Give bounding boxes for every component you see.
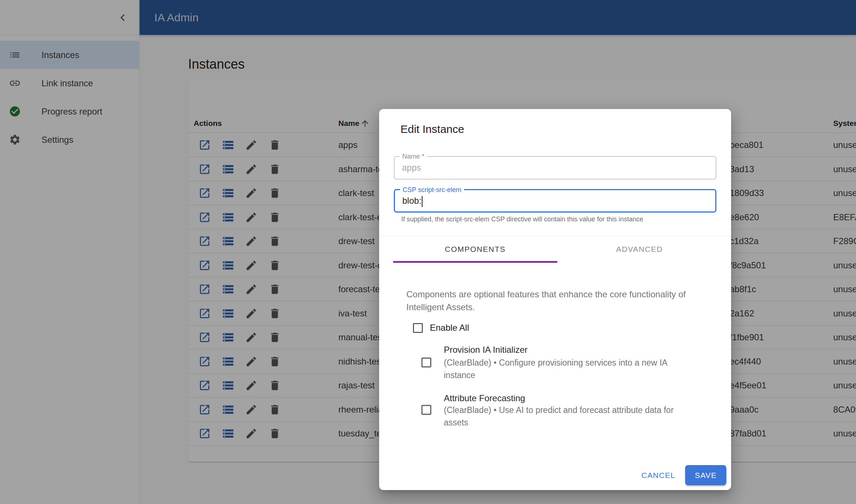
enable-all-label[interactable]: Enable All: [430, 322, 469, 334]
edit-instance-dialog: Edit Instance Name * apps CSP script-src…: [379, 109, 731, 490]
csp-helper-text: If supplied, the script-src-elem CSP dir…: [401, 215, 643, 223]
provision-ia-initializer-checkbox[interactable]: [421, 358, 431, 367]
component-title-provision-ia-initializer: Provision IA Initializer: [444, 344, 528, 356]
enable-all-checkbox[interactable]: [413, 323, 423, 333]
save-button[interactable]: SAVE: [685, 465, 726, 485]
component-description: (ClearBlade) • Use AI to predict and for…: [444, 404, 674, 429]
attribute-forecasting-checkbox[interactable]: [421, 405, 431, 415]
tab-advanced[interactable]: ADVANCED: [557, 237, 722, 261]
cancel-button[interactable]: CANCEL: [636, 467, 681, 483]
components-description: Components are optional features that en…: [406, 288, 686, 313]
tabs-divider: [379, 236, 731, 236]
dialog-title: Edit Instance: [400, 123, 464, 136]
active-tab-indicator: [393, 261, 557, 263]
name-field[interactable]: Name * apps: [394, 156, 716, 180]
text-caret: [422, 196, 422, 207]
component-title-attribute-forecasting: Attribute Forecasting: [444, 392, 525, 404]
csp-field-label: CSP script-src-elem: [400, 186, 464, 194]
name-field-value: apps: [395, 157, 716, 179]
csp-script-src-elem-field[interactable]: CSP script-src-elem blob:: [394, 189, 716, 213]
dialog-tabs: COMPONENTS ADVANCED: [393, 237, 722, 261]
name-field-label: Name *: [400, 152, 427, 160]
component-description: (ClearBlade) • Configure provisioning se…: [444, 356, 668, 381]
tab-components[interactable]: COMPONENTS: [393, 237, 557, 261]
